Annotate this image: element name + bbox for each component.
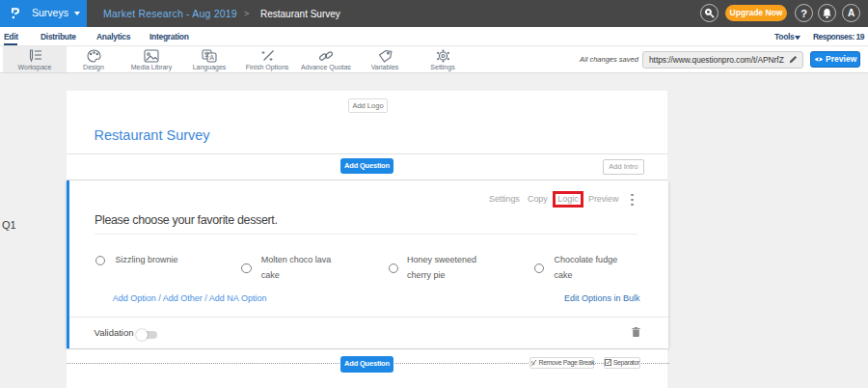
svg-text:A: A [209, 54, 214, 61]
